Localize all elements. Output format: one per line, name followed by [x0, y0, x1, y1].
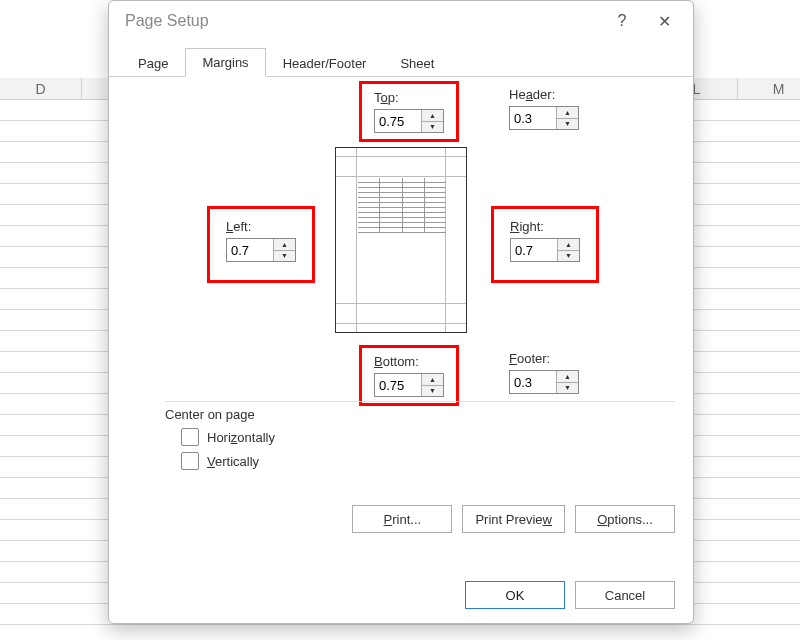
print-button[interactable]: Print...: [352, 505, 452, 533]
page-setup-dialog: Page Setup ? ✕ Page Margins Header/Foote…: [108, 0, 694, 624]
spin-up-icon[interactable]: ▲: [274, 239, 295, 251]
margins-panel: Top: ▲ ▼ Header: ▲ ▼ Left:: [109, 77, 693, 547]
spin-buttons: ▲ ▼: [556, 107, 578, 129]
spin-up-icon[interactable]: ▲: [422, 374, 443, 386]
spin-down-icon[interactable]: ▼: [558, 251, 579, 262]
tab-page[interactable]: Page: [121, 49, 185, 77]
tab-margins[interactable]: Margins: [185, 48, 265, 77]
margin-right-group: Right: ▲ ▼: [491, 206, 599, 283]
center-on-page-group: Center on page Horizontally Vertically: [165, 407, 275, 470]
spin-buttons: ▲ ▼: [273, 239, 295, 261]
center-horizontally-label: Horizontally: [207, 430, 275, 445]
cancel-button[interactable]: Cancel: [575, 581, 675, 609]
options-button[interactable]: Options...: [575, 505, 675, 533]
margin-left-spinner[interactable]: ▲ ▼: [226, 238, 296, 262]
margin-left-input[interactable]: [227, 239, 273, 261]
print-preview-button[interactable]: Print Preview: [462, 505, 565, 533]
page-preview: [335, 147, 467, 333]
center-horizontally-checkbox[interactable]: Horizontally: [181, 428, 275, 446]
margin-bottom-input[interactable]: [375, 374, 421, 396]
spin-down-icon[interactable]: ▼: [422, 122, 443, 133]
center-vertically-checkbox[interactable]: Vertically: [181, 452, 275, 470]
margin-top-spinner[interactable]: ▲ ▼: [374, 109, 444, 133]
checkbox-icon: [181, 428, 199, 446]
margin-right-input[interactable]: [511, 239, 557, 261]
spin-buttons: ▲ ▼: [557, 239, 579, 261]
spin-buttons: ▲ ▼: [556, 371, 578, 393]
close-button[interactable]: ✕: [643, 3, 685, 39]
help-button[interactable]: ?: [601, 3, 643, 39]
tab-bar: Page Margins Header/Footer Sheet: [109, 47, 693, 77]
margin-header-group: Header: ▲ ▼: [509, 87, 579, 130]
margin-top-label: Top:: [374, 90, 444, 105]
titlebar: Page Setup ? ✕: [109, 1, 693, 41]
tab-header-footer[interactable]: Header/Footer: [266, 49, 384, 77]
margin-footer-spinner[interactable]: ▲ ▼: [509, 370, 579, 394]
spin-down-icon[interactable]: ▼: [274, 251, 295, 262]
center-vertically-label: Vertically: [207, 454, 259, 469]
tab-sheet[interactable]: Sheet: [383, 49, 451, 77]
col-header[interactable]: D: [0, 78, 82, 99]
dialog-footer: OK Cancel: [465, 581, 675, 609]
ok-button[interactable]: OK: [465, 581, 565, 609]
margin-header-spinner[interactable]: ▲ ▼: [509, 106, 579, 130]
spin-up-icon[interactable]: ▲: [557, 107, 578, 119]
margin-right-spinner[interactable]: ▲ ▼: [510, 238, 580, 262]
margin-top-group: Top: ▲ ▼: [359, 81, 459, 142]
margin-header-input[interactable]: [510, 107, 556, 129]
center-on-page-label: Center on page: [165, 407, 275, 422]
margin-left-label: Left:: [226, 219, 296, 234]
divider: [165, 401, 675, 402]
preview-table-icon: [358, 178, 446, 233]
margin-bottom-label: Bottom:: [374, 354, 444, 369]
margin-bottom-group: Bottom: ▲ ▼: [359, 345, 459, 406]
spin-down-icon[interactable]: ▼: [557, 119, 578, 130]
margin-bottom-spinner[interactable]: ▲ ▼: [374, 373, 444, 397]
checkbox-icon: [181, 452, 199, 470]
spin-up-icon[interactable]: ▲: [558, 239, 579, 251]
spin-buttons: ▲ ▼: [421, 110, 443, 132]
action-row: Print... Print Preview Options...: [352, 505, 675, 533]
spin-up-icon[interactable]: ▲: [557, 371, 578, 383]
spin-down-icon[interactable]: ▼: [422, 386, 443, 397]
margin-footer-group: Footer: ▲ ▼: [509, 351, 579, 394]
margin-footer-input[interactable]: [510, 371, 556, 393]
margin-footer-label: Footer:: [509, 351, 579, 366]
spin-down-icon[interactable]: ▼: [557, 383, 578, 394]
margin-header-label: Header:: [509, 87, 579, 102]
spin-up-icon[interactable]: ▲: [422, 110, 443, 122]
close-icon: ✕: [658, 12, 671, 31]
dialog-title: Page Setup: [125, 12, 601, 30]
col-header[interactable]: M: [738, 78, 800, 99]
margin-top-input[interactable]: [375, 110, 421, 132]
margin-left-group: Left: ▲ ▼: [207, 206, 315, 283]
margin-right-label: Right:: [510, 219, 580, 234]
spin-buttons: ▲ ▼: [421, 374, 443, 396]
